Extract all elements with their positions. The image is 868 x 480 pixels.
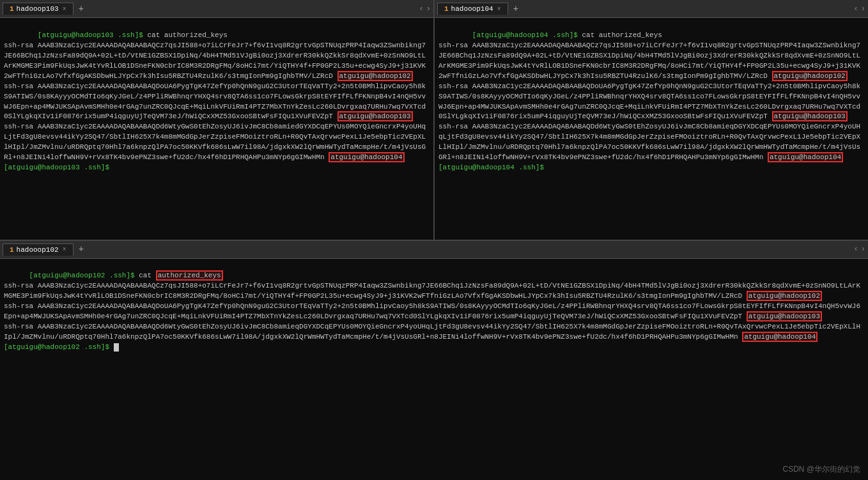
terminal-content-top-left[interactable]: [atguigu@hadoop103 .ssh]$ cat authorized… <box>0 18 433 240</box>
highlight-hadoop102-1: atguigu@hadoop102 <box>337 71 413 81</box>
highlight-hadoop102-r1: atguigu@hadoop102 <box>772 71 848 81</box>
tab-add-button[interactable]: + <box>75 4 88 14</box>
command-103: cat authorized_keys <box>147 31 227 39</box>
tab-number-bottom: 1 <box>10 246 14 254</box>
nav-right-icon-right[interactable]: › <box>861 4 865 13</box>
tab-hadoop104[interactable]: 1 hadooop104 × <box>437 3 508 15</box>
watermark: CSDN @华尔街的幻觉 <box>782 464 860 475</box>
highlight-hadoop103-r1: atguigu@hadoop103 <box>772 111 848 121</box>
tab-hadoop102[interactable]: 1 hadooop102 × <box>3 244 74 256</box>
highlight-hadoop103-1: atguigu@hadoop103 <box>337 111 413 121</box>
tab-nav-top-right: ‹ › <box>854 4 865 13</box>
terminal-top-left: 1 hadooop103 × + ‹ › [atguigu@hadoop103 … <box>0 0 435 240</box>
terminal-bottom: 1 hadooop102 × + ‹ › [atguigu@hadoop102 … <box>0 241 868 481</box>
highlight-authorized-keys: authorized_keys <box>156 270 223 281</box>
cursor <box>114 343 119 352</box>
command-104: cat authorized_keys <box>582 31 662 39</box>
tab-nav-top-left: ‹ › <box>419 4 431 13</box>
highlight-hadoop104-1: atguigu@hadoop104 <box>329 152 404 162</box>
prompt-104: [atguigu@hadoop104 .ssh]$ <box>472 31 582 39</box>
nav-right-icon-bottom[interactable]: › <box>861 245 865 254</box>
highlight-hadoop102-b1: atguigu@hadoop102 <box>747 291 822 301</box>
tab-bar-top-right: 1 hadooop104 × + ‹ › <box>435 0 868 18</box>
highlight-hadoop104-r1: atguigu@hadoop104 <box>768 152 843 162</box>
prompt-end-103: [atguigu@hadoop103 .ssh]$ <box>4 164 109 171</box>
tab-add-button-right[interactable]: + <box>509 4 522 14</box>
tab-nav-bottom: ‹ › <box>854 245 865 254</box>
main-container: 1 hadooop103 × + ‹ › [atguigu@hadoop103 … <box>0 0 868 480</box>
prompt-103: [atguigu@hadoop103 .ssh]$ <box>38 31 148 39</box>
command-102: cat <box>139 272 155 279</box>
prompt-102: [atguigu@hadoop102 .ssh]$ <box>29 272 139 279</box>
nav-right-icon[interactable]: › <box>426 4 431 13</box>
tab-title-right: hadooop104 <box>451 5 493 13</box>
tab-close-icon-right[interactable]: × <box>497 6 501 13</box>
highlight-hadoop104-b1: atguigu@hadoop104 <box>742 332 818 342</box>
prompt-end-104: [atguigu@hadoop104 .ssh]$ <box>438 164 544 171</box>
tab-title: hadooop103 <box>17 5 59 13</box>
terminal-top-right: 1 hadooop104 × + ‹ › [atguigu@hadoop104 … <box>435 0 868 240</box>
tab-number: 1 <box>10 5 14 13</box>
tab-bar-bottom: 1 hadooop102 × + ‹ › <box>0 241 868 259</box>
highlight-hadoop103-b1: atguigu@hadoop103 <box>747 311 822 321</box>
tab-add-button-bottom[interactable]: + <box>75 244 88 254</box>
tab-close-icon-bottom[interactable]: × <box>63 246 66 253</box>
terminal-content-bottom[interactable]: [atguigu@hadoop102 .ssh]$ cat authorized… <box>0 259 868 481</box>
nav-left-icon-right[interactable]: ‹ <box>854 4 858 13</box>
top-row: 1 hadooop103 × + ‹ › [atguigu@hadoop103 … <box>0 0 868 241</box>
tab-title-bottom: hadooop102 <box>17 246 59 254</box>
prompt-end-102: [atguigu@hadoop102 .ssh]$ <box>4 343 109 351</box>
tab-hadoop103[interactable]: 1 hadooop103 × <box>3 3 74 15</box>
nav-left-icon[interactable]: ‹ <box>419 4 424 13</box>
tab-bar-top-left: 1 hadooop103 × + ‹ › <box>0 0 433 18</box>
nav-left-icon-bottom[interactable]: ‹ <box>854 245 858 254</box>
tab-number-right: 1 <box>444 5 449 13</box>
tab-close-icon[interactable]: × <box>63 6 66 13</box>
terminal-content-top-right[interactable]: [atguigu@hadoop104 .ssh]$ cat authorized… <box>435 18 868 240</box>
